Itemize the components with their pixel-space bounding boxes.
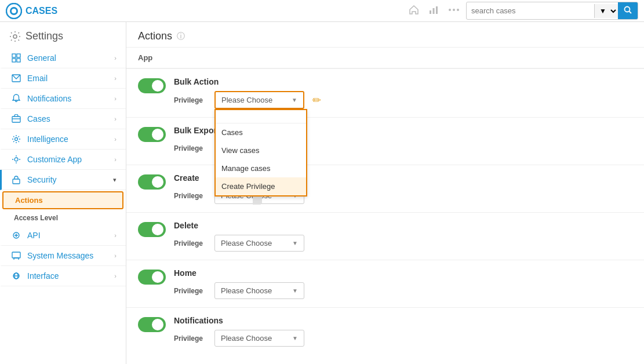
sidebar-item-security[interactable]: Security ▾ (0, 170, 126, 190)
sidebar-item-general[interactable]: General › (0, 48, 126, 68)
home-privilege-label: Privilege (174, 287, 209, 295)
search-input[interactable] (467, 4, 594, 17)
customize-app-arrow: › (114, 156, 117, 163)
settings-gear-icon (9, 31, 21, 42)
option-manage-cases[interactable]: Manage cases (216, 159, 306, 177)
system-messages-label: System Messages (27, 251, 114, 260)
section-app-label: App (126, 48, 644, 68)
action-row-notifications: Notifications Privilege Please Choose ▼ (126, 307, 644, 355)
interface-label: Interface (27, 271, 114, 281)
option-create-privilege[interactable]: Create Privilege (216, 177, 306, 195)
system-messages-arrow: › (114, 252, 117, 259)
notif-dropdown-select[interactable]: Please Choose ▼ (214, 330, 304, 347)
delete-toggle[interactable] (138, 222, 166, 237)
email-icon (11, 74, 21, 82)
sidebar-item-notifications[interactable]: Notifications › (0, 89, 126, 109)
svg-rect-15 (17, 59, 20, 62)
action-row-bulk-export: Bulk Export Privilege Please Choose ▼ (126, 117, 644, 165)
home-dropdown-arrow: ▼ (292, 287, 298, 294)
email-arrow: › (114, 75, 117, 82)
messages-icon (11, 252, 21, 260)
svg-rect-12 (12, 54, 16, 57)
sidebar: Settings General › Email › Notifications… (0, 22, 126, 364)
bulk-action-dropdown-menu: Cases View cases Manage cases Create Pri… (214, 109, 307, 196)
delete-privilege-label: Privilege (174, 239, 209, 247)
intelligence-label: Intelligence (27, 134, 114, 144)
create-toggle[interactable] (138, 174, 166, 190)
create-privilege-label: Privilege (174, 192, 209, 200)
svg-point-11 (13, 35, 17, 38)
general-arrow: › (114, 54, 117, 61)
app-logo[interactable]: CASES (6, 3, 57, 19)
sidebar-item-api[interactable]: API › (0, 225, 126, 246)
svg-rect-3 (430, 10, 431, 14)
svg-point-6 (449, 9, 451, 11)
home-dropdown[interactable]: Please Choose ▼ (214, 282, 304, 299)
sidebar-item-interface[interactable]: Interface › (0, 266, 126, 286)
svg-point-9 (625, 7, 630, 12)
topbar-icons (408, 4, 460, 17)
settings-label: Settings (26, 30, 63, 42)
grid-icon (11, 53, 21, 63)
option-cases[interactable]: Cases (216, 123, 306, 141)
customize-icon (11, 155, 21, 164)
svg-rect-13 (17, 54, 20, 57)
notifications-label: Notifications (27, 94, 114, 103)
edit-pencil-icon[interactable]: ✏ (312, 94, 321, 107)
bell-icon (11, 94, 21, 103)
content-area: Actions ⓘ App Bulk Action Privilege (126, 22, 644, 364)
cases-icon (11, 114, 21, 123)
bulk-export-toggle[interactable] (138, 127, 166, 142)
sidebar-sub-item-actions[interactable]: Actions (2, 191, 123, 209)
notif-title: Notifications (174, 316, 632, 325)
api-icon (11, 231, 21, 240)
home-dropdown-select[interactable]: Please Choose ▼ (214, 282, 304, 299)
bulk-export-privilege-label: Privilege (174, 144, 209, 152)
delete-dropdown-select[interactable]: Please Choose ▼ (214, 235, 304, 252)
delete-title: Delete (174, 221, 632, 230)
general-label: General (27, 53, 114, 63)
logo-icon (6, 3, 22, 19)
home-toggle[interactable] (138, 270, 166, 285)
notifications-arrow: › (114, 95, 117, 102)
sidebar-item-customize-app[interactable]: Customize App › (0, 150, 126, 170)
svg-rect-21 (13, 179, 20, 184)
svg-rect-4 (433, 8, 435, 14)
sidebar-item-cases[interactable]: Cases › (0, 109, 126, 129)
bulk-action-dropdown[interactable]: Please Choose ▼ Cases View cases (214, 91, 304, 109)
home-title: Home (174, 268, 632, 278)
svg-point-19 (15, 138, 18, 141)
sidebar-item-intelligence[interactable]: Intelligence › (0, 129, 126, 150)
home-icon[interactable] (408, 4, 420, 17)
bulk-action-toggle[interactable] (138, 78, 166, 93)
bulk-action-dropdown-select[interactable]: Please Choose ▼ (214, 91, 304, 109)
sidebar-item-email[interactable]: Email › (0, 68, 126, 89)
dropdown-search-row (216, 110, 306, 123)
delete-dropdown[interactable]: Please Choose ▼ (214, 235, 304, 252)
svg-point-2 (12, 9, 16, 13)
more-icon[interactable] (447, 6, 460, 15)
search-dropdown[interactable]: ▼ (594, 4, 618, 18)
svg-point-8 (457, 9, 459, 11)
home-selected-value: Please Choose (221, 286, 272, 295)
api-label: API (27, 231, 114, 240)
svg-point-7 (453, 9, 455, 11)
svg-rect-17 (12, 117, 20, 122)
delete-selected-value: Please Choose (221, 239, 272, 247)
dropdown-search-input[interactable] (219, 112, 306, 121)
notif-toggle[interactable] (138, 317, 166, 332)
bulk-action-title: Bulk Action (174, 77, 632, 86)
svg-rect-23 (12, 252, 20, 258)
option-view-cases[interactable]: View cases (216, 141, 306, 159)
sidebar-item-system-messages[interactable]: System Messages › (0, 246, 126, 266)
content-inner: Actions ⓘ App Bulk Action Privilege (126, 22, 644, 364)
chart-icon[interactable] (428, 4, 439, 17)
info-icon[interactable]: ⓘ (177, 31, 185, 42)
search-button[interactable] (618, 2, 638, 19)
main-layout: Settings General › Email › Notifications… (0, 22, 644, 364)
notif-dropdown[interactable]: Please Choose ▼ (214, 330, 304, 347)
access-level-label: Access Level (0, 210, 126, 225)
svg-rect-14 (12, 59, 16, 62)
app-title: CASES (26, 6, 57, 16)
page-title: Actions (138, 30, 172, 42)
